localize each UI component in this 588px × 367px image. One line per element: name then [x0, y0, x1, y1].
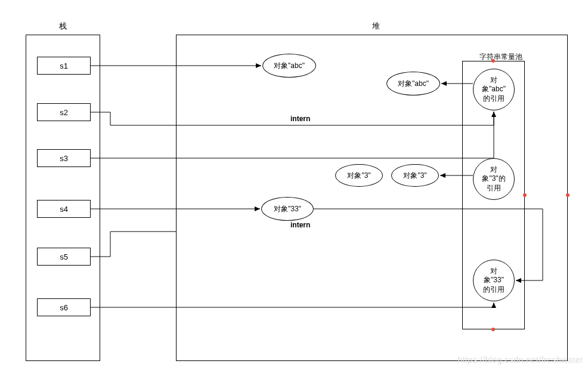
- var-s6-label: s6: [60, 303, 68, 312]
- obj-33: 对象"33": [261, 197, 314, 221]
- stack-title: 栈: [51, 21, 75, 32]
- pool-dot-bottom: [491, 328, 495, 331]
- var-s1: s1: [37, 57, 91, 75]
- ref-33: 对 象"33" 的引用: [473, 260, 515, 301]
- var-s4-label: s4: [60, 205, 68, 214]
- var-s5: s5: [37, 248, 91, 266]
- ref-3: 对 象"3"的 引用: [473, 158, 515, 200]
- ref-abc: 对 象"abc" 的引用: [473, 69, 515, 110]
- var-s2: s2: [37, 103, 91, 121]
- watermark: https://blog.csdn.net/freshwater: [457, 355, 583, 365]
- obj-abc-1: 对象"abc": [262, 54, 316, 78]
- intern-label-2: intern: [290, 221, 310, 229]
- pool-dot-right: [523, 193, 527, 197]
- pool-dot-top: [491, 59, 495, 63]
- var-s6: s6: [37, 298, 91, 316]
- var-s1-label: s1: [60, 61, 68, 70]
- var-s4: s4: [37, 200, 91, 218]
- obj-abc-2: 对象"abc": [386, 72, 440, 95]
- heap-dot-right: [566, 193, 570, 197]
- var-s3: s3: [37, 149, 91, 167]
- var-s3-label: s3: [60, 154, 68, 163]
- heap-title: 堆: [364, 21, 388, 32]
- obj-3-a: 对象"3": [335, 164, 383, 187]
- var-s2-label: s2: [60, 108, 68, 117]
- obj-3-b: 对象"3": [391, 164, 439, 187]
- var-s5-label: s5: [60, 252, 68, 261]
- intern-label-1: intern: [290, 115, 310, 123]
